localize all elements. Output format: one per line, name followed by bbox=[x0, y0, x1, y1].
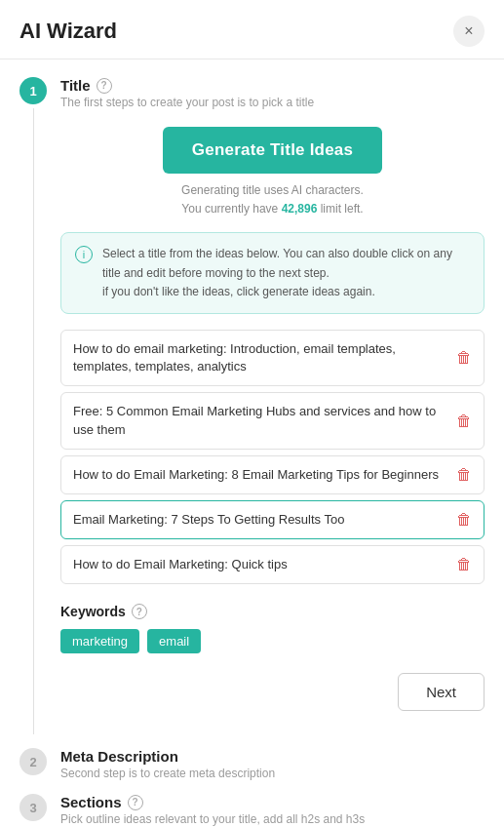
title-item-text: Free: 5 Common Email Marketing Hubs and … bbox=[73, 403, 446, 438]
ai-chars-info: Generating title uses AI characters. You… bbox=[60, 181, 485, 218]
header: AI Wizard × bbox=[0, 0, 504, 59]
step-2-sublabel: Second step is to create meta descriptio… bbox=[60, 767, 485, 780]
title-list: How to do email marketing: Introduction,… bbox=[60, 330, 485, 584]
next-btn-wrap: Next bbox=[60, 673, 485, 711]
close-button[interactable]: × bbox=[453, 16, 485, 47]
keywords-help-icon[interactable]: ? bbox=[132, 604, 147, 619]
title-item-text: How to do Email Marketing: 8 Email Marke… bbox=[73, 466, 446, 484]
step-2-circle: 2 bbox=[19, 748, 47, 775]
step-3-content: Sections ? Pick outline ideas relevant t… bbox=[60, 794, 485, 826]
keyword-tag: marketing bbox=[60, 629, 139, 653]
step-3-sublabel: Pick outline ideas relevant to your titl… bbox=[60, 812, 485, 826]
title-item[interactable]: Email Marketing: 7 Steps To Getting Resu… bbox=[60, 500, 485, 539]
keyword-tag: email bbox=[147, 629, 201, 653]
step-2-section: 2 Meta Description Second step is to cre… bbox=[19, 734, 485, 780]
info-icon: i bbox=[75, 246, 93, 263]
title-item[interactable]: Free: 5 Common Email Marketing Hubs and … bbox=[60, 392, 485, 449]
info-box-text: Select a title from the ideas below. You… bbox=[102, 245, 470, 301]
delete-title-icon[interactable]: 🗑 bbox=[456, 349, 472, 367]
generate-btn-wrap: Generate Title Ideas bbox=[60, 127, 485, 174]
step-3-circle: 3 bbox=[19, 794, 47, 821]
page-title: AI Wizard bbox=[19, 19, 117, 44]
ai-chars-count: 42,896 bbox=[282, 202, 318, 216]
delete-title-icon[interactable]: 🗑 bbox=[456, 511, 472, 529]
title-item-text: Email Marketing: 7 Steps To Getting Resu… bbox=[73, 511, 446, 529]
delete-title-icon[interactable]: 🗑 bbox=[456, 556, 472, 573]
step-2-content: Meta Description Second step is to creat… bbox=[60, 748, 485, 780]
step-2-label: Meta Description bbox=[60, 748, 485, 765]
title-item[interactable]: How to do email marketing: Introduction,… bbox=[60, 330, 485, 386]
sections-help-icon[interactable]: ? bbox=[128, 795, 143, 810]
main-content: 1 Title ? The first steps to create your… bbox=[0, 59, 504, 827]
step-1-label: Title ? bbox=[60, 77, 485, 94]
keywords-section: Keywords ? marketingemail bbox=[60, 604, 485, 653]
title-item[interactable]: How to do Email Marketing: 8 Email Marke… bbox=[60, 455, 485, 494]
title-item-text: How to do Email Marketing: Quick tips bbox=[73, 556, 446, 573]
generate-title-button[interactable]: Generate Title Ideas bbox=[163, 127, 382, 174]
title-item[interactable]: How to do Email Marketing: Quick tips 🗑 bbox=[60, 545, 485, 584]
step-1-sublabel: The first steps to create your post is t… bbox=[60, 96, 485, 109]
step-1-section: 1 Title ? The first steps to create your… bbox=[19, 59, 485, 734]
keywords-label: Keywords ? bbox=[60, 604, 485, 619]
step-3-label: Sections ? bbox=[60, 794, 485, 810]
keyword-tags: marketingemail bbox=[60, 629, 485, 653]
step-3-section: 3 Sections ? Pick outline ideas relevant… bbox=[19, 780, 485, 826]
delete-title-icon[interactable]: 🗑 bbox=[456, 413, 472, 430]
info-box: i Select a title from the ideas below. Y… bbox=[60, 232, 485, 314]
next-button[interactable]: Next bbox=[398, 673, 485, 711]
delete-title-icon[interactable]: 🗑 bbox=[456, 466, 472, 484]
step-1-content: Title ? The first steps to create your p… bbox=[60, 77, 485, 734]
title-help-icon[interactable]: ? bbox=[97, 78, 112, 94]
step-1-circle: 1 bbox=[19, 77, 47, 104]
title-item-text: How to do email marketing: Introduction,… bbox=[73, 340, 446, 375]
